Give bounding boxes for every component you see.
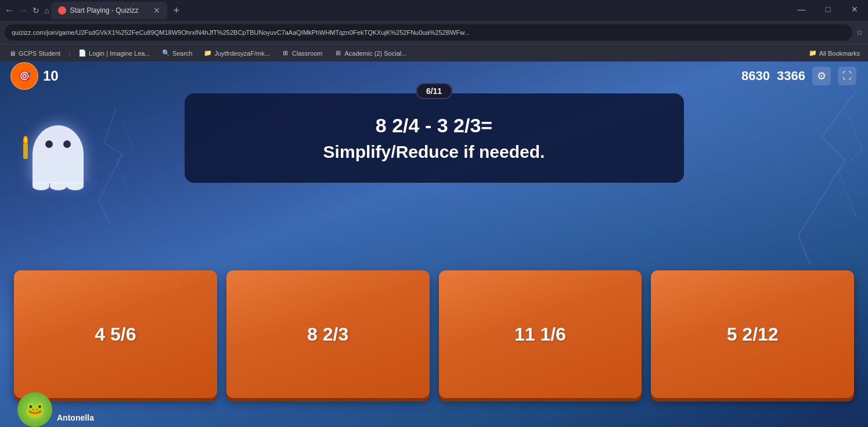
folder-icon: 📁 [204, 49, 212, 57]
crack-right-decoration [752, 91, 868, 265]
bookmark-academic[interactable]: ⊞ Academic (2) Social... [330, 48, 410, 59]
game-area: 🎯 10 8630 3366 ⚙ ⛶ [0, 61, 868, 427]
question-counter: 6/11 [416, 83, 452, 99]
bookmark-label: Login | Imagine Lea... [89, 50, 150, 57]
answer-label-1: 4 5/6 [95, 324, 136, 345]
active-tab[interactable]: Start Playing - Quizizz ✕ [51, 2, 167, 19]
browser-chrome: ← → ↻ ⌂ Start Playing - Quizizz ✕ + ☆ 🖥 … [0, 0, 868, 61]
answer-button-2[interactable]: 8 2/3 [226, 270, 430, 398]
bookmark-label: GCPS Student [19, 50, 60, 57]
answer-button-4[interactable]: 5 2/12 [651, 270, 854, 398]
forward-button[interactable]: → [19, 5, 28, 16]
points-left: 8630 [741, 68, 770, 84]
reload-button[interactable]: ↻ [33, 6, 39, 15]
bookmark-label: JuytfrdesyzaF/mk... [214, 50, 269, 57]
lives-badge: 🎯 [12, 63, 37, 89]
answer-button-1[interactable]: 4 5/6 [14, 270, 217, 398]
lives-count: 10 [43, 68, 59, 84]
search-icon: 🔍 [162, 49, 170, 57]
grid2-icon: ⊞ [334, 49, 342, 57]
tab-bar: ← → ↻ ⌂ Start Playing - Quizizz ✕ + [0, 0, 868, 21]
bookmarks-bar: 🖥 GCPS Student | 📄 Login | Imagine Lea..… [0, 44, 868, 61]
points-right: 3366 [777, 68, 805, 84]
question-card: 6/11 8 2/4 - 3 2/3= Simplify/Reduce if n… [185, 93, 684, 183]
address-bar[interactable] [5, 24, 852, 41]
bookmark-label: Search [172, 50, 193, 57]
player-name: Antonella [57, 413, 94, 422]
bookmark-login[interactable]: 📄 Login | Imagine Lea... [75, 48, 154, 59]
bookmark-star-icon[interactable]: ☆ [856, 28, 863, 37]
bookmark-label: All Bookmarks [819, 50, 860, 57]
tab-title: Start Playing - Quizizz [70, 6, 138, 15]
answers-container: 4 5/6 8 2/3 11 1/6 5 2/12 [0, 270, 868, 398]
tab-favicon [58, 6, 66, 15]
back-button[interactable]: ← [5, 5, 14, 16]
player-avatar: 🐸 Antonella [17, 392, 94, 427]
minimize-button[interactable]: — [788, 0, 815, 19]
answer-label-4: 5 2/12 [727, 324, 779, 345]
bookmark-gcps-student[interactable]: 🖥 GCPS Student [5, 48, 64, 59]
bookmark-all[interactable]: 📁 All Bookmarks [805, 48, 863, 59]
home-button[interactable]: ⌂ [44, 6, 49, 15]
answer-button-3[interactable]: 11 1/6 [439, 270, 642, 398]
bookmark-classroom[interactable]: ⊞ Classroom [278, 48, 326, 59]
question-line2: Simplify/Reduce if needed. [208, 140, 661, 164]
close-button[interactable]: ✕ [841, 0, 868, 19]
question-line1: 8 2/4 - 3 2/3= [208, 112, 661, 140]
settings-button[interactable]: ⚙ [812, 67, 831, 85]
answer-label-3: 11 1/6 [514, 324, 566, 345]
new-tab-button[interactable]: + [170, 5, 183, 17]
tab-close-icon[interactable]: ✕ [153, 6, 160, 15]
monitor-icon: 🖥 [8, 49, 16, 57]
avatar-image: 🐸 [17, 392, 52, 427]
bookmark-label: Academic (2) Social... [344, 50, 406, 57]
ghost-character [12, 96, 105, 241]
bookmark-folder[interactable]: 📁 JuytfrdesyzaF/mk... [200, 48, 273, 59]
page-icon: 📄 [78, 49, 87, 57]
grid-icon: ⊞ [282, 49, 290, 57]
answer-label-2: 8 2/3 [307, 324, 348, 345]
address-bar-row: ☆ [0, 21, 868, 44]
points-display: 8630 3366 ⚙ ⛶ [741, 67, 856, 85]
bookmark-label: Classroom [292, 50, 323, 57]
fullscreen-button[interactable]: ⛶ [838, 67, 856, 85]
folder2-icon: 📁 [809, 49, 817, 57]
question-text: 8 2/4 - 3 2/3= Simplify/Reduce if needed… [208, 112, 661, 164]
window-controls: — □ ✕ [788, 0, 868, 19]
maximize-button[interactable]: □ [815, 0, 841, 19]
bookmark-search[interactable]: 🔍 Search [159, 48, 196, 59]
